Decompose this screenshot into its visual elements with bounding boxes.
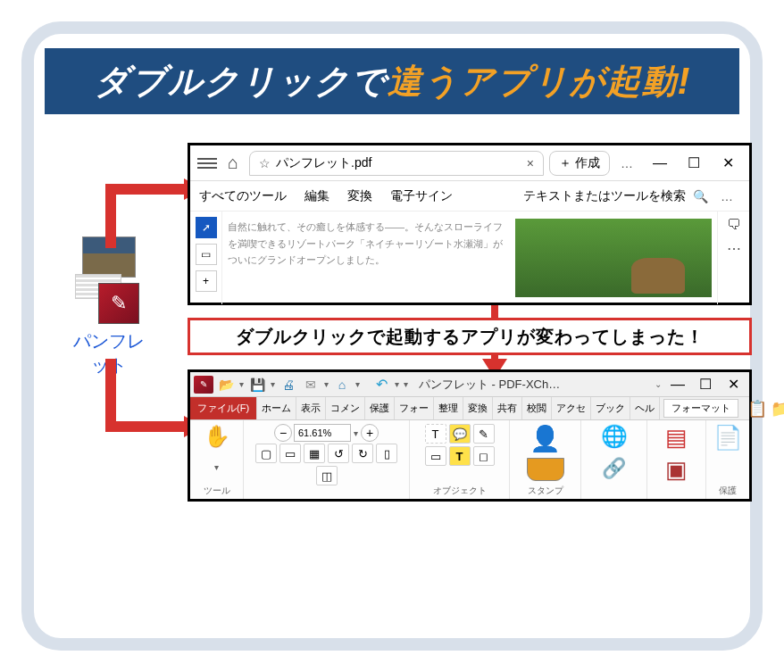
tab-convert[interactable]: 変換 (463, 397, 493, 419)
zoom-out-icon[interactable]: − (274, 424, 292, 442)
rotate-left-icon[interactable]: ↺ (328, 444, 349, 463)
minimize-button[interactable]: ― (646, 155, 674, 171)
tab-comment[interactable]: コメン (326, 397, 365, 419)
person-icon[interactable]: 👤 (530, 424, 561, 453)
save-icon[interactable]: 💾 (247, 376, 267, 394)
star-icon[interactable]: ☆ (259, 156, 271, 170)
add-tool-icon[interactable]: + (196, 270, 217, 292)
tab-home[interactable]: ホーム (257, 397, 296, 419)
zoom-value[interactable]: 61.61% (294, 424, 351, 442)
document-view[interactable]: 自然に触れて、その癒しを体感する――。そんなスローライフを満喫できるリゾートパー… (222, 212, 717, 304)
shape-icon[interactable]: ◻ (473, 446, 495, 466)
scanner-dropdown-icon[interactable]: ▾ (354, 379, 361, 389)
fit-width-icon[interactable]: ▭ (279, 444, 301, 463)
zoom-in-icon[interactable]: + (361, 424, 379, 442)
group-label-zoom (325, 487, 328, 497)
acrobat-window: ⌂ ☆ パンフレット.pdf × ＋ 作成 … ― ☐ ✕ すべてのツール 編集… (188, 143, 752, 305)
tab-form[interactable]: フォー (395, 397, 434, 419)
group-label-links (613, 487, 615, 497)
title-dropdown-icon[interactable]: ⌄ (654, 379, 663, 389)
thumbnail-3-app-icon (98, 283, 139, 324)
menu-edit[interactable]: 編集 (304, 188, 329, 204)
left-sidebar: ➚ ▭ + (190, 212, 222, 304)
hand-tool-icon[interactable]: ✋ (204, 424, 230, 449)
new-tab-button[interactable]: ＋ 作成 (549, 151, 610, 176)
group-protect: 📄 保護 (706, 420, 749, 499)
open-icon[interactable]: 📂 (216, 376, 236, 394)
paste-icon[interactable]: 📋 (747, 399, 767, 419)
group-edit: ▤ ▣ (647, 420, 706, 499)
thumbnails-icon[interactable]: ▭ (196, 244, 217, 265)
tab-view[interactable]: 表示 (296, 397, 326, 419)
open-dropdown-icon[interactable]: ▾ (238, 379, 245, 389)
maximize-button[interactable]: ☐ (680, 154, 708, 171)
qat-chevron-icon[interactable]: ▾ (403, 379, 409, 389)
pencil-icon[interactable]: ✎ (473, 424, 495, 444)
find-icon[interactable]: 📁 (771, 399, 784, 419)
undo-dropdown-icon[interactable]: ▾ (394, 379, 400, 389)
tab-arrange[interactable]: 整理 (434, 397, 463, 419)
mail-dropdown-icon[interactable]: ▾ (323, 379, 329, 389)
maximize-button[interactable]: ☐ (693, 376, 718, 393)
minimize-button[interactable]: ― (665, 377, 690, 393)
group-label-stamp: スタンプ (528, 485, 563, 497)
scanner-icon[interactable]: ⌂ (332, 376, 352, 394)
app-logo-icon[interactable]: ✎ (194, 376, 213, 394)
zoom-dropdown-icon[interactable]: ▾ (353, 428, 359, 438)
crop-icon[interactable]: ▣ (665, 456, 688, 484)
tab-review[interactable]: 校閲 (522, 397, 552, 419)
mail-icon[interactable]: ✉ (301, 376, 321, 394)
protect-icon[interactable]: 📄 (713, 424, 742, 452)
sticky-note-icon[interactable]: 💬 (449, 424, 471, 444)
text-box-icon[interactable]: T (425, 424, 446, 444)
more-tools-icon[interactable]: ⋯ (727, 240, 741, 257)
undo-icon[interactable]: ↶ (371, 376, 391, 394)
rotate-right-icon[interactable]: ↻ (352, 444, 373, 463)
caption-text: ダブルクリックで起動するアプリが変わってしまった！ (236, 325, 705, 349)
close-button[interactable]: ✕ (721, 376, 746, 393)
tab-access[interactable]: アクセ (552, 397, 591, 419)
tab-format[interactable]: フォーマット (663, 399, 738, 418)
save-dropdown-icon[interactable]: ▾ (270, 379, 276, 389)
two-page-icon[interactable]: ◫ (316, 466, 338, 485)
tool-dropdown-icon[interactable]: ▾ (213, 462, 220, 472)
select-icon[interactable]: ▭ (425, 446, 446, 466)
tab-share[interactable]: 共有 (493, 397, 522, 419)
menu-all-tools[interactable]: すべてのツール (199, 188, 287, 204)
document-tab[interactable]: ☆ パンフレット.pdf × (249, 151, 544, 176)
group-object: T 💬 ✎ ▭ T ◻ オブジェクト (410, 420, 510, 499)
group-zoom: − 61.61% ▾ + ▢ ▭ ▦ ↺ ↻ ▯ ◫ (244, 420, 410, 499)
highlight-icon[interactable]: T (449, 446, 471, 466)
group-tool: ✋ ▾ ツール (190, 420, 244, 499)
tab-file[interactable]: ファイル(F) (190, 397, 257, 419)
more-icon[interactable]: … (615, 156, 640, 170)
menu-icon[interactable] (197, 158, 217, 169)
actual-size-icon[interactable]: ▦ (304, 444, 325, 463)
pdfxchange-window: ✎ 📂▾ 💾▾ 🖨 ✉▾ ⌂▾ ↶▾ ▾ パンフレット - PDF-XCh… ⌄… (188, 369, 752, 502)
headline-banner: ダブルクリックで 違うアプリが起動 ! (45, 48, 739, 114)
group-label-edit (675, 487, 678, 497)
tab-bookmark[interactable]: ブック (591, 397, 630, 419)
search-icon[interactable]: 🔍 (693, 189, 708, 203)
globe-icon[interactable]: 🌐 (601, 424, 628, 449)
edit-icon[interactable]: ▤ (665, 424, 688, 452)
selection-tool-icon[interactable]: ➚ (196, 217, 217, 238)
close-tab-icon[interactable]: × (527, 156, 534, 170)
print-icon[interactable]: 🖨 (279, 376, 298, 394)
comments-icon[interactable]: 🗨 (727, 217, 741, 233)
fit-page-icon[interactable]: ▢ (255, 444, 277, 463)
single-page-icon[interactable]: ▯ (376, 444, 397, 463)
tab-protect[interactable]: 保護 (365, 397, 395, 419)
ribbon-right-icons: 📋 📁 (742, 397, 784, 419)
stamp-icon[interactable] (527, 458, 564, 481)
quick-access-toolbar: ✎ 📂▾ 💾▾ 🖨 ✉▾ ⌂▾ ↶▾ ▾ パンフレット - PDF-XCh… ⌄… (190, 372, 749, 397)
menu-esign[interactable]: 電子サイン (390, 188, 453, 204)
link-icon[interactable]: 🔗 (602, 457, 626, 480)
tab-help[interactable]: ヘル (630, 397, 660, 419)
home-icon[interactable]: ⌂ (222, 153, 244, 173)
menu-convert[interactable]: 変換 (347, 188, 372, 204)
toolbar-more-icon[interactable]: … (715, 189, 740, 203)
search-label[interactable]: テキストまたはツールを検索 (523, 188, 686, 204)
close-button[interactable]: ✕ (713, 154, 742, 171)
right-sidebar: 🗨 ⋯ (717, 212, 749, 304)
